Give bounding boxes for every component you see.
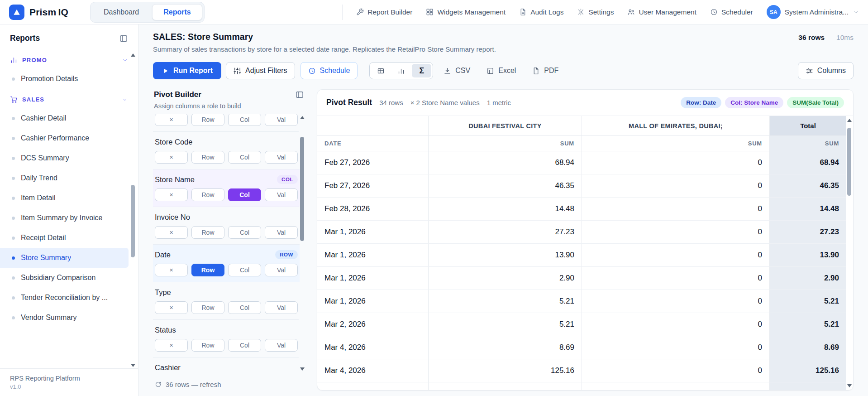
sliders-icon	[806, 67, 813, 75]
builder-refresh[interactable]: 36 rows — refresh	[153, 372, 306, 391]
scrollbar-thumb[interactable]	[300, 137, 304, 241]
sidebar-item-daily-trend[interactable]: Daily Trend	[0, 168, 129, 188]
val-role-button[interactable]: Val	[265, 188, 298, 201]
date-cell: Mar 4, 2026	[317, 336, 428, 359]
remove-field-button[interactable]: ×	[155, 339, 188, 352]
col-role-button[interactable]: Col	[228, 226, 261, 239]
item-label: Promotion Details	[21, 75, 78, 83]
sidebar-item-receipt-detail[interactable]: Receipt Detail	[0, 228, 129, 248]
row-role-button[interactable]: Row	[191, 188, 224, 201]
col-role-button[interactable]: Col	[228, 151, 261, 164]
tab-reports[interactable]: Reports	[152, 4, 202, 20]
result-scrollbar[interactable]	[846, 116, 853, 390]
val-role-button[interactable]: Val	[265, 114, 298, 126]
export-csv-button[interactable]: CSV	[438, 62, 476, 79]
val-role-button[interactable]: Val	[265, 301, 298, 314]
col-role-button[interactable]: Col	[228, 339, 261, 352]
sidebar-item-vendor-summary[interactable]: Vendor Summary	[0, 308, 129, 328]
sidebar-item-item-detail[interactable]: Item Detail	[0, 188, 129, 208]
tab-dashboard[interactable]: Dashboard	[92, 4, 150, 20]
bar-chart-icon	[397, 67, 405, 75]
sidebar-item-item-summary-by-invoice[interactable]: Item Summary by Invoice	[0, 208, 129, 228]
row-role-button[interactable]: Row	[191, 264, 224, 276]
adjust-filters-button[interactable]: Adjust Filters	[226, 62, 295, 79]
item-label: Cashier Performance	[21, 134, 89, 142]
scrollbar-thumb[interactable]	[847, 128, 851, 196]
export-excel-button[interactable]: Excel	[481, 62, 522, 79]
row-role-button[interactable]: Row	[191, 151, 224, 164]
item-label: Daily Trend	[21, 174, 57, 182]
sigma-view-button[interactable]: Σ	[412, 64, 431, 77]
result-cols-stat: × 2 Store Name values	[410, 99, 480, 106]
value-cell: 125.16	[428, 359, 582, 382]
remove-field-button[interactable]: ×	[155, 188, 188, 201]
remove-field-button[interactable]: ×	[155, 264, 188, 276]
field-row-store-code: Store Code × Row Col Val	[153, 131, 299, 169]
nav-user-management[interactable]: User Management	[627, 8, 696, 16]
total-cell: 2.90	[769, 382, 846, 391]
col-role-button[interactable]: Col	[228, 301, 261, 314]
value-cell: 14.48	[428, 198, 582, 221]
sidebar-group-promo[interactable]: PROMO	[0, 51, 138, 69]
remove-field-button[interactable]: ×	[155, 151, 188, 164]
scroll-up-icon[interactable]	[300, 116, 305, 119]
chart-view-button[interactable]	[391, 64, 411, 77]
schedule-button[interactable]: Schedule	[300, 62, 358, 79]
nav-widgets-management[interactable]: Widgets Management	[426, 8, 506, 16]
bullet-icon	[12, 157, 15, 160]
page-subtitle: Summary of sales transactions by store f…	[153, 45, 496, 53]
main-tabs: Dashboard Reports	[90, 2, 205, 23]
item-label: Cashier Detail	[21, 114, 66, 122]
columns-button[interactable]: Columns	[798, 62, 854, 79]
sidebar-item-cashier-detail[interactable]: Cashier Detail	[0, 108, 129, 128]
bar-chart-icon	[10, 56, 18, 64]
table-view-button[interactable]	[371, 64, 391, 77]
scroll-down-icon[interactable]	[131, 364, 135, 367]
nav-settings[interactable]: Settings	[577, 8, 614, 16]
col-role-button[interactable]: Col	[228, 188, 261, 201]
row-role-button[interactable]: Row	[191, 301, 224, 314]
scroll-down-icon[interactable]	[847, 384, 852, 387]
val-role-button[interactable]: Val	[265, 151, 298, 164]
nav-audit-logs[interactable]: Audit Logs	[519, 8, 563, 16]
sidebar-item-tender-reconciliation[interactable]: Tender Reconciliation by ...	[0, 288, 129, 308]
sidebar-item-promotion-details[interactable]: Promotion Details	[0, 69, 129, 89]
scroll-up-icon[interactable]	[847, 119, 852, 122]
table-row: Feb 28, 2026 14.48 0 14.48	[317, 198, 846, 221]
sidebar-item-cashier-performance[interactable]: Cashier Performance	[0, 128, 129, 148]
sidebar-item-subsidiary-comparison[interactable]: Subsidiary Comparison	[0, 268, 129, 288]
remove-field-button[interactable]: ×	[155, 226, 188, 239]
brand: PrismIQ	[9, 5, 68, 20]
sidebar-scrollbar[interactable]	[130, 53, 137, 367]
scroll-up-icon[interactable]	[131, 53, 135, 57]
remove-field-button[interactable]: ×	[155, 114, 188, 126]
col-role-button[interactable]: Col	[228, 114, 261, 126]
nav-report-builder[interactable]: Report Builder	[356, 8, 412, 16]
item-label: Item Detail	[21, 194, 55, 202]
collapse-panel-icon[interactable]	[295, 90, 304, 99]
builder-scrollbar[interactable]	[299, 114, 306, 372]
scrollbar-thumb[interactable]	[131, 185, 135, 257]
total-cell: 13.90	[769, 244, 846, 267]
user-menu[interactable]: SA System Administra...	[767, 5, 859, 19]
sidebar-group-sales[interactable]: SALES	[0, 91, 138, 108]
collapse-sidebar-icon[interactable]	[119, 34, 128, 43]
group-label: SALES	[22, 96, 44, 103]
run-report-button[interactable]: Run Report	[153, 62, 221, 79]
refresh-icon	[155, 381, 162, 388]
val-role-button[interactable]: Val	[265, 264, 298, 276]
button-label: PDF	[544, 67, 558, 75]
val-role-button[interactable]: Val	[265, 339, 298, 352]
row-role-button[interactable]: Row	[191, 114, 224, 126]
nav-scheduler[interactable]: Scheduler	[710, 8, 753, 16]
export-pdf-button[interactable]: PDF	[526, 62, 564, 79]
scroll-down-icon[interactable]	[300, 367, 305, 371]
sidebar-item-dcs-summary[interactable]: DCS Summary	[0, 148, 129, 168]
rows-count-stat: 36 rows	[798, 34, 825, 42]
val-role-button[interactable]: Val	[265, 226, 298, 239]
row-role-button[interactable]: Row	[191, 226, 224, 239]
sidebar-item-store-summary[interactable]: Store Summary	[0, 248, 129, 268]
col-role-button[interactable]: Col	[228, 264, 261, 276]
remove-field-button[interactable]: ×	[155, 301, 188, 314]
row-role-button[interactable]: Row	[191, 339, 224, 352]
